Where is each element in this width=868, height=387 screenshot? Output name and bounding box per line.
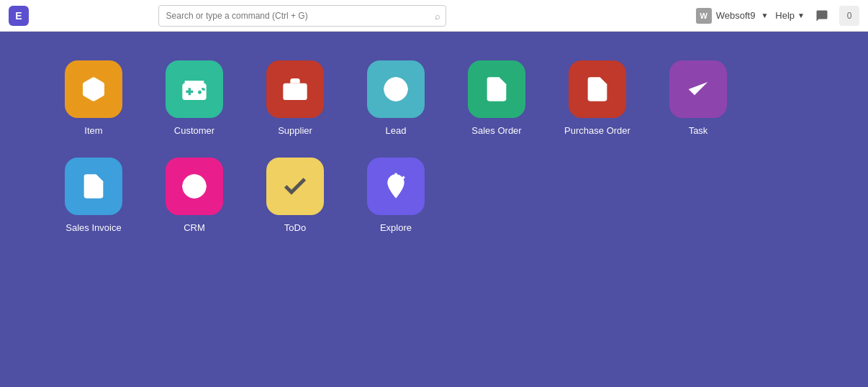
header-right: W Websoft9 ▼ Help ▼ 0: [696, 6, 859, 26]
app-item-sales-invoice[interactable]: Sales Invoice: [43, 158, 144, 233]
app-item-crm[interactable]: CRM: [144, 158, 245, 233]
search-input[interactable]: [158, 5, 446, 27]
help-label: Help: [775, 10, 795, 21]
app-icon-todo: [266, 158, 324, 215]
app-item-customer[interactable]: Customer: [144, 60, 245, 136]
app-label-explore: Explore: [380, 222, 412, 233]
app-label-sales-invoice: Sales Invoice: [65, 222, 121, 233]
app-item-explore[interactable]: Explore: [345, 158, 446, 233]
app-item-supplier[interactable]: Supplier: [245, 60, 345, 136]
header: E ⌕ W Websoft9 ▼ Help ▼ 0: [0, 0, 868, 32]
svg-point-5: [394, 87, 399, 92]
notification-badge[interactable]: 0: [839, 6, 859, 26]
help-menu[interactable]: Help ▼: [775, 10, 805, 21]
company-name: Websoft9: [716, 10, 756, 21]
app-item-purchase-order[interactable]: Purchase Order: [547, 60, 648, 136]
app-icon-sales-invoice: [65, 158, 122, 215]
app-icon-crm: [166, 158, 223, 215]
app-icon-sales-order: [468, 60, 525, 118]
company-chevron-icon: ▼: [761, 12, 768, 19]
app-logo[interactable]: E: [9, 6, 29, 26]
help-chevron-icon: ▼: [797, 12, 805, 19]
app-label-item: Item: [84, 125, 102, 136]
chat-button[interactable]: [812, 6, 832, 26]
app-icon-lead: [367, 60, 425, 118]
app-label-sales-order: Sales Order: [471, 125, 521, 136]
app-label-customer: Customer: [174, 125, 214, 136]
app-item-item[interactable]: Item: [43, 60, 144, 136]
company-selector[interactable]: W Websoft9 ▼: [696, 8, 769, 24]
app-item-lead[interactable]: Lead: [345, 60, 446, 136]
main-content: Item Customer Supplier Lead: [0, 32, 868, 387]
app-icon-explore: [367, 158, 425, 215]
app-label-purchase-order: Purchase Order: [564, 125, 630, 136]
search-icon: ⌕: [435, 10, 440, 21]
app-label-crm: CRM: [184, 222, 205, 233]
company-icon: W: [696, 8, 712, 24]
app-item-todo[interactable]: ToDo: [245, 158, 345, 233]
app-label-supplier: Supplier: [278, 125, 312, 136]
app-label-todo: ToDo: [284, 222, 306, 233]
search-container: ⌕: [158, 5, 446, 27]
apps-grid: Item Customer Supplier Lead: [43, 60, 825, 233]
app-label-task: Task: [689, 125, 708, 136]
app-icon-item: [65, 60, 122, 118]
app-icon-purchase-order: [569, 60, 626, 118]
app-label-lead: Lead: [386, 125, 407, 136]
app-icon-customer: [166, 60, 223, 118]
app-icon-supplier: [266, 60, 324, 118]
app-icon-task: [669, 60, 727, 118]
svg-line-25: [402, 177, 404, 179]
app-item-sales-order[interactable]: Sales Order: [446, 60, 547, 136]
svg-point-18: [192, 184, 197, 189]
app-item-task[interactable]: Task: [648, 60, 749, 136]
